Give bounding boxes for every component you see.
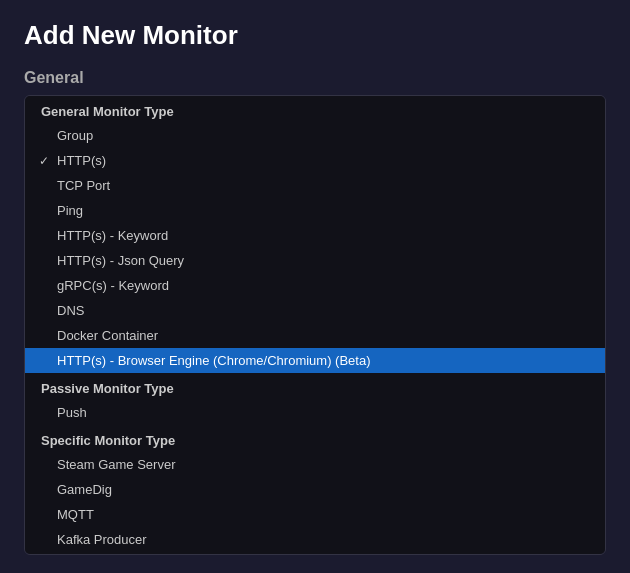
dropdown-item-kafka-producer[interactable]: Kafka Producer — [25, 527, 605, 552]
group-header-passive-monitor-type: Passive Monitor Type — [25, 373, 605, 400]
dropdown-item-push[interactable]: Push — [25, 400, 605, 425]
dropdown-item-https-browser-engine[interactable]: HTTP(s) - Browser Engine (Chrome/Chromiu… — [25, 348, 605, 373]
section-label: General — [24, 69, 606, 87]
dropdown-item-docker-container[interactable]: Docker Container — [25, 323, 605, 348]
group-header-general-monitor-type: General Monitor Type — [25, 96, 605, 123]
dropdown-item-grpcs-keyword[interactable]: gRPC(s) - Keyword — [25, 273, 605, 298]
monitor-type-dropdown[interactable]: General Monitor TypeGroupHTTP(s)TCP Port… — [24, 95, 606, 555]
dropdown-item-https-keyword[interactable]: HTTP(s) - Keyword — [25, 223, 605, 248]
group-header-specific-monitor-type: Specific Monitor Type — [25, 425, 605, 452]
dropdown-item-microsoft-sql-server[interactable]: Microsoft SQL Server — [25, 552, 605, 555]
page-container: Add New Monitor General General Monitor … — [0, 0, 630, 573]
dropdown-item-ping[interactable]: Ping — [25, 198, 605, 223]
dropdown-item-group[interactable]: Group — [25, 123, 605, 148]
page-title: Add New Monitor — [24, 20, 606, 51]
dropdown-item-dns[interactable]: DNS — [25, 298, 605, 323]
dropdown-item-https-json-query[interactable]: HTTP(s) - Json Query — [25, 248, 605, 273]
dropdown-item-steam-game-server[interactable]: Steam Game Server — [25, 452, 605, 477]
dropdown-item-https[interactable]: HTTP(s) — [25, 148, 605, 173]
dropdown-item-gamedig[interactable]: GameDig — [25, 477, 605, 502]
dropdown-item-mqtt[interactable]: MQTT — [25, 502, 605, 527]
dropdown-item-tcp-port[interactable]: TCP Port — [25, 173, 605, 198]
